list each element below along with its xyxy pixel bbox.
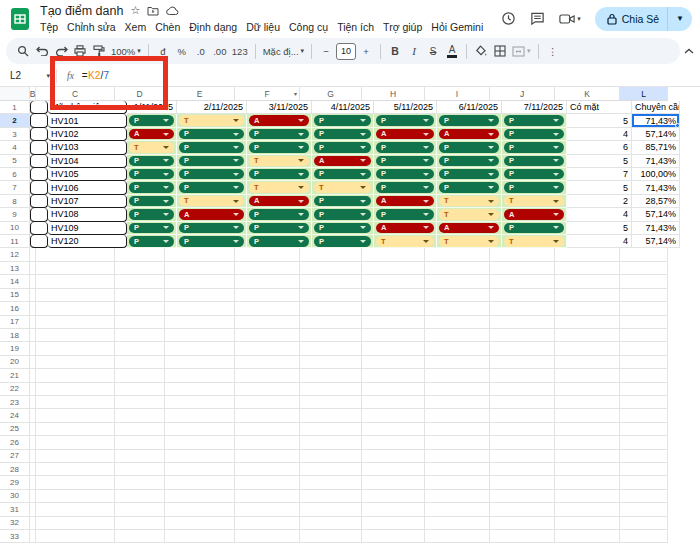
italic-button[interactable]: I <box>405 41 423 61</box>
cell-J32[interactable] <box>490 517 555 530</box>
search-menus-icon[interactable] <box>14 41 32 61</box>
cell-F17[interactable] <box>235 316 300 329</box>
column-header-F[interactable]: F▾ <box>235 87 300 101</box>
cell-L19[interactable] <box>620 342 668 355</box>
cell-K6[interactable]: 7 <box>567 168 632 181</box>
cell-C19[interactable] <box>36 342 115 355</box>
row-header-24[interactable]: 24 <box>0 409 30 422</box>
attendance-chip-P[interactable]: P <box>439 182 499 193</box>
cell-B8[interactable] <box>30 195 48 208</box>
cell-F22[interactable] <box>235 383 300 396</box>
cell-F20[interactable] <box>235 356 300 369</box>
attendance-chip-A[interactable]: A <box>376 129 434 140</box>
attendance-chip-P[interactable]: P <box>179 236 244 247</box>
cell-H1[interactable]: 5/11/2025 <box>374 101 437 114</box>
cell-F7[interactable]: T <box>247 181 312 194</box>
cell-J6[interactable]: P <box>502 168 567 181</box>
cell-F14[interactable] <box>235 275 300 288</box>
cell-I18[interactable] <box>425 329 490 342</box>
cell-I12[interactable] <box>425 248 490 261</box>
cell-H22[interactable] <box>362 383 425 396</box>
cell-F32[interactable] <box>235 517 300 530</box>
attendance-chip-P[interactable]: P <box>249 223 309 234</box>
select-all-corner[interactable] <box>0 87 30 101</box>
cell-L10[interactable]: 71,43% <box>632 222 680 235</box>
cell-B4[interactable] <box>30 141 48 154</box>
attendance-chip-P[interactable]: P <box>376 142 434 153</box>
cell-B10[interactable] <box>30 222 48 235</box>
cell-C9[interactable]: HV108 <box>48 208 127 221</box>
attendance-chip-P[interactable]: P <box>504 142 564 153</box>
cell-J11[interactable]: T <box>502 235 567 248</box>
cell-H5[interactable]: P <box>374 155 437 168</box>
attendance-chip-P[interactable]: P <box>314 209 371 220</box>
cell-E2[interactable]: T <box>177 114 247 127</box>
cell-G23[interactable] <box>300 396 362 409</box>
more-toolbar-button[interactable]: ⋮ <box>544 41 562 61</box>
cell-L5[interactable]: 71,43% <box>632 155 680 168</box>
cell-K9[interactable]: 4 <box>567 208 632 221</box>
cell-I32[interactable] <box>425 517 490 530</box>
cell-L2[interactable]: 71,43% <box>632 114 680 127</box>
cell-C30[interactable] <box>36 490 115 503</box>
row-header-2[interactable]: 2 <box>0 114 30 127</box>
cell-K15[interactable] <box>555 289 620 302</box>
cell-B9[interactable] <box>30 208 48 221</box>
cell-K24[interactable] <box>555 409 620 422</box>
cell-L8[interactable]: 28,57% <box>632 195 680 208</box>
cell-H4[interactable]: P <box>374 141 437 154</box>
cell-C24[interactable] <box>36 409 115 422</box>
cell-K11[interactable]: 4 <box>567 235 632 248</box>
cell-C1[interactable]: Mã nhân viên <box>48 101 127 114</box>
cell-D33[interactable] <box>115 530 165 543</box>
cell-H8[interactable]: A <box>374 195 437 208</box>
cell-L9[interactable]: 57,14% <box>632 208 680 221</box>
bold-button[interactable]: B <box>386 41 404 61</box>
cell-L26[interactable] <box>620 436 668 449</box>
cell-J22[interactable] <box>490 383 555 396</box>
cell-I4[interactable]: P <box>437 141 502 154</box>
cell-G5[interactable]: A <box>312 155 374 168</box>
attendance-chip-P[interactable]: P <box>376 115 434 126</box>
row-header-31[interactable]: 31 <box>0 503 30 516</box>
row-header-10[interactable]: 10 <box>0 222 30 235</box>
cell-C15[interactable] <box>36 289 115 302</box>
column-header-L[interactable]: L <box>620 87 668 101</box>
row-header-19[interactable]: 19 <box>0 342 30 355</box>
attendance-chip-P[interactable]: P <box>504 115 564 126</box>
cell-D10[interactable]: P <box>127 222 177 235</box>
cell-D24[interactable] <box>115 409 165 422</box>
cell-F8[interactable]: A <box>247 195 312 208</box>
attendance-chip-P[interactable]: P <box>179 142 244 153</box>
cell-E18[interactable] <box>165 329 235 342</box>
cell-E14[interactable] <box>165 275 235 288</box>
cell-G3[interactable]: P <box>312 128 374 141</box>
increase-decimals-button[interactable]: .00 <box>211 41 229 61</box>
cell-F29[interactable] <box>235 476 300 489</box>
cell-F24[interactable] <box>235 409 300 422</box>
cell-L29[interactable] <box>620 476 668 489</box>
cell-E8[interactable]: T <box>177 195 247 208</box>
cell-K20[interactable] <box>555 356 620 369</box>
cell-H24[interactable] <box>362 409 425 422</box>
cell-H32[interactable] <box>362 517 425 530</box>
attendance-chip-P[interactable]: P <box>314 196 371 207</box>
cell-J14[interactable] <box>490 275 555 288</box>
attendance-chip-A[interactable]: A <box>179 209 244 220</box>
column-header-E[interactable]: E <box>165 87 235 101</box>
column-dropdown-icon[interactable]: ▾ <box>294 90 297 97</box>
cell-I1[interactable]: 6/11/2025 <box>437 101 502 114</box>
cell-C8[interactable]: HV107 <box>48 195 127 208</box>
cell-G15[interactable] <box>300 289 362 302</box>
cell-H28[interactable] <box>362 463 425 476</box>
cell-L25[interactable] <box>620 423 668 436</box>
attendance-chip-P[interactable]: P <box>504 223 564 234</box>
cell-I29[interactable] <box>425 476 490 489</box>
cell-L12[interactable] <box>620 248 668 261</box>
cell-B6[interactable] <box>30 168 48 181</box>
cell-L1[interactable]: Chuyên cần <box>632 101 680 114</box>
attendance-chip-T[interactable]: T <box>439 209 499 220</box>
row-header-13[interactable]: 13 <box>0 262 30 275</box>
attendance-chip-T[interactable]: T <box>179 196 244 207</box>
cell-D26[interactable] <box>115 436 165 449</box>
